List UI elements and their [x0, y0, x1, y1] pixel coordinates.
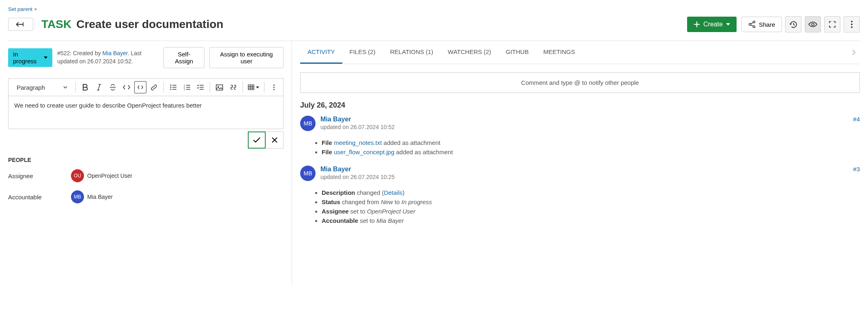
tab-relations[interactable]: RELATIONS (1) [383, 41, 440, 64]
svg-text:3: 3 [184, 88, 185, 90]
table-icon [248, 84, 254, 90]
strikethrough-icon [110, 84, 116, 91]
quote-button[interactable] [227, 81, 239, 93]
svg-point-9 [170, 89, 171, 90]
description-editor: Paragraph 123 [8, 78, 284, 129]
style-select[interactable]: Paragraph [12, 82, 72, 93]
numbered-list-icon: 123 [184, 84, 190, 90]
table-button[interactable] [246, 81, 261, 93]
share-button[interactable]: Share [741, 17, 782, 32]
fullscreen-button[interactable] [824, 16, 840, 32]
code-block-icon [138, 85, 143, 89]
status-dropdown[interactable]: In progress [8, 48, 52, 67]
back-button[interactable] [8, 18, 33, 31]
assignee-avatar: OU [71, 169, 84, 182]
activity-timestamp: updated on 26.07.2024 10:52 [320, 124, 860, 130]
strike-button[interactable] [107, 81, 119, 93]
set-parent-label: Set parent [8, 6, 32, 12]
details-link[interactable]: Details [384, 189, 402, 196]
more-menu-button[interactable] [844, 16, 860, 32]
svg-point-0 [753, 21, 755, 23]
accountable-name[interactable]: Mia Bayer [87, 194, 113, 200]
svg-point-2 [753, 26, 755, 28]
plus-icon [694, 21, 700, 28]
user-avatar: MB [300, 116, 316, 131]
activity-detail: Description changed (Details) [322, 189, 860, 196]
activity-detail: Assignee set to OpenProject User [322, 208, 860, 215]
assign-executing-button[interactable]: Assign to executing user [209, 47, 284, 68]
code-button[interactable] [120, 81, 133, 93]
work-package-title[interactable]: Create user documentation [76, 18, 223, 31]
attachment-link[interactable]: user_flow_concept.jpg [334, 149, 394, 155]
tab-meetings[interactable]: MEETINGS [536, 41, 582, 64]
bullet-list-button[interactable] [167, 81, 179, 93]
link-icon [150, 84, 157, 91]
activity-user-link[interactable]: Mia Bayer [320, 166, 351, 173]
toolbar-more-button[interactable] [268, 81, 280, 93]
tab-files[interactable]: FILES (2) [342, 41, 383, 64]
activity-detail: File user_flow_concept.jpg added as atta… [322, 149, 860, 155]
check-icon [253, 137, 260, 143]
activity-entry: MB Mia Bayer #3 updated on 26.07.2024 10… [300, 166, 860, 181]
activity-detail: File meeting_notes.txt added as attachme… [322, 139, 860, 146]
bold-button[interactable] [79, 81, 91, 93]
svg-point-1 [749, 24, 751, 26]
tabs-scroll-right[interactable] [848, 46, 860, 58]
people-section-header: PEOPLE [8, 157, 284, 163]
svg-point-17 [273, 87, 275, 88]
task-list-button[interactable] [195, 81, 207, 93]
creator-link[interactable]: Mia Bayer [102, 50, 127, 56]
activity-anchor[interactable]: #3 [853, 166, 860, 173]
svg-point-18 [273, 89, 275, 90]
cancel-button[interactable] [266, 132, 284, 149]
close-icon [272, 137, 277, 143]
history-button[interactable] [785, 16, 801, 32]
create-button[interactable]: Create [687, 17, 737, 32]
accountable-label: Accountable [8, 194, 71, 201]
activity-anchor[interactable]: #4 [853, 116, 860, 123]
attachment-link[interactable]: meeting_notes.txt [334, 139, 382, 146]
accountable-avatar: MB [71, 190, 84, 203]
description-textarea[interactable]: We need to create user guide to describe… [9, 96, 283, 129]
image-button[interactable] [213, 81, 226, 93]
code-block-button[interactable] [134, 81, 146, 93]
user-avatar: MB [300, 166, 316, 181]
assignee-label: Assignee [8, 173, 71, 179]
svg-point-16 [273, 84, 275, 86]
history-icon [789, 20, 798, 29]
svg-point-7 [170, 85, 171, 86]
self-assign-button[interactable]: Self-Assign [163, 47, 204, 68]
save-button[interactable] [248, 132, 266, 149]
watch-button[interactable] [805, 16, 821, 32]
activity-user-link[interactable]: Mia Bayer [320, 116, 351, 123]
plus-icon: + [34, 6, 37, 12]
link-button[interactable] [148, 81, 160, 93]
chevron-right-icon [852, 50, 855, 55]
set-parent-link[interactable]: Set parent + [8, 6, 860, 12]
svg-point-5 [851, 24, 853, 25]
kebab-icon [851, 21, 853, 28]
expand-icon [829, 21, 836, 28]
italic-button[interactable] [93, 81, 105, 93]
activity-detail: Status changed from New to In progress [322, 198, 860, 205]
activity-entry: MB Mia Bayer #4 updated on 26.07.2024 10… [300, 116, 860, 131]
assignee-name[interactable]: OpenProject User [87, 173, 132, 179]
svg-point-6 [851, 26, 853, 28]
svg-rect-15 [248, 85, 254, 90]
tab-activity[interactable]: ACTIVITY [300, 41, 342, 64]
chevron-down-icon [63, 86, 67, 88]
image-icon [216, 84, 223, 91]
kebab-icon [273, 84, 275, 90]
numbered-list-button[interactable]: 123 [181, 81, 193, 93]
activity-timestamp: updated on 26.07.2024 10:25 [320, 174, 860, 180]
chevron-down-icon [256, 86, 259, 88]
italic-icon [97, 84, 101, 91]
tab-github[interactable]: GITHUB [498, 41, 536, 64]
back-arrow-icon [16, 22, 26, 27]
tab-watchers[interactable]: WATCHERS (2) [440, 41, 498, 64]
chevron-down-icon [726, 23, 730, 26]
comment-input[interactable]: Comment and type @ to notify other peopl… [300, 72, 860, 93]
chevron-down-icon [44, 56, 47, 59]
bold-icon [82, 84, 88, 91]
work-package-type: TASK [41, 18, 71, 31]
